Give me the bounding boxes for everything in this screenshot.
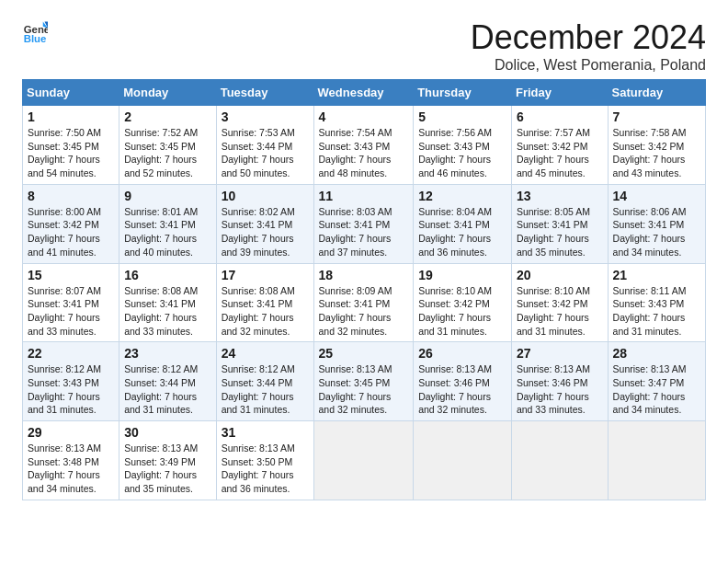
calendar-cell: 21Sunrise: 8:11 AMSunset: 3:43 PMDayligh…: [608, 263, 705, 342]
calendar-cell: 1Sunrise: 7:50 AMSunset: 3:45 PMDaylight…: [23, 106, 119, 185]
day-number: 15: [28, 268, 114, 282]
day-number: 20: [517, 268, 603, 282]
calendar-cell: [511, 421, 608, 500]
day-number: 28: [613, 346, 700, 361]
calendar-table: SundayMondayTuesdayWednesdayThursdayFrid…: [22, 79, 706, 500]
day-info: Sunrise: 8:10 AMSunset: 3:42 PMDaylight:…: [517, 285, 590, 337]
day-number: 18: [319, 268, 409, 282]
calendar-cell: 17Sunrise: 8:08 AMSunset: 3:41 PMDayligh…: [216, 263, 313, 342]
day-number: 6: [517, 109, 603, 124]
day-info: Sunrise: 8:08 AMSunset: 3:41 PMDaylight:…: [124, 285, 198, 337]
day-info: Sunrise: 8:12 AMSunset: 3:44 PMDaylight:…: [222, 363, 295, 415]
day-number: 22: [28, 346, 114, 361]
header-friday: Friday: [511, 80, 608, 106]
calendar-week-row: 29Sunrise: 8:13 AMSunset: 3:48 PMDayligh…: [23, 421, 706, 500]
header-saturday: Saturday: [608, 80, 705, 106]
calendar-week-row: 1Sunrise: 7:50 AMSunset: 3:45 PMDaylight…: [23, 106, 706, 185]
day-info: Sunrise: 8:13 AMSunset: 3:45 PMDaylight:…: [319, 363, 392, 415]
day-info: Sunrise: 8:13 AMSunset: 3:50 PMDaylight:…: [222, 442, 295, 494]
day-number: 25: [319, 346, 409, 361]
day-number: 23: [124, 346, 210, 361]
day-info: Sunrise: 7:57 AMSunset: 3:42 PMDaylight:…: [517, 127, 590, 178]
day-number: 14: [613, 189, 700, 203]
day-number: 11: [319, 189, 409, 203]
calendar-cell: 3Sunrise: 7:53 AMSunset: 3:44 PMDaylight…: [216, 106, 313, 185]
calendar-cell: 19Sunrise: 8:10 AMSunset: 3:42 PMDayligh…: [414, 263, 512, 342]
calendar-week-row: 22Sunrise: 8:12 AMSunset: 3:43 PMDayligh…: [23, 342, 706, 421]
day-info: Sunrise: 8:00 AMSunset: 3:42 PMDaylight:…: [28, 206, 101, 258]
calendar-cell: 30Sunrise: 8:13 AMSunset: 3:49 PMDayligh…: [119, 421, 216, 500]
day-number: 10: [222, 189, 309, 203]
day-number: 31: [222, 425, 309, 440]
day-info: Sunrise: 7:58 AMSunset: 3:42 PMDaylight:…: [613, 127, 687, 178]
calendar-cell: 22Sunrise: 8:12 AMSunset: 3:43 PMDayligh…: [23, 342, 119, 421]
day-info: Sunrise: 8:13 AMSunset: 3:47 PMDaylight:…: [613, 363, 687, 415]
day-number: 8: [28, 189, 114, 203]
svg-text:Blue: Blue: [24, 33, 47, 44]
calendar-cell: 23Sunrise: 8:12 AMSunset: 3:44 PMDayligh…: [119, 342, 216, 421]
day-number: 17: [222, 268, 309, 282]
calendar-cell: 28Sunrise: 8:13 AMSunset: 3:47 PMDayligh…: [608, 342, 705, 421]
day-number: 2: [124, 109, 210, 124]
calendar-cell: [608, 421, 705, 500]
calendar-header-row: SundayMondayTuesdayWednesdayThursdayFrid…: [23, 80, 706, 106]
calendar-cell: 5Sunrise: 7:56 AMSunset: 3:43 PMDaylight…: [414, 106, 512, 185]
title-block: December 2024 Dolice, West Pomerania, Po…: [471, 18, 706, 74]
header-sunday: Sunday: [23, 80, 119, 106]
day-info: Sunrise: 8:07 AMSunset: 3:41 PMDaylight:…: [28, 285, 101, 337]
calendar-cell: 27Sunrise: 8:13 AMSunset: 3:46 PMDayligh…: [511, 342, 608, 421]
day-info: Sunrise: 8:02 AMSunset: 3:41 PMDaylight:…: [222, 206, 295, 258]
header-monday: Monday: [119, 80, 216, 106]
calendar-cell: 18Sunrise: 8:09 AMSunset: 3:41 PMDayligh…: [313, 263, 414, 342]
page-header: General Blue December 2024 Dolice, West …: [22, 18, 706, 74]
calendar-cell: 9Sunrise: 8:01 AMSunset: 3:41 PMDaylight…: [119, 184, 216, 263]
day-info: Sunrise: 7:52 AMSunset: 3:45 PMDaylight:…: [124, 127, 198, 178]
day-number: 30: [124, 425, 210, 440]
calendar-cell: 13Sunrise: 8:05 AMSunset: 3:41 PMDayligh…: [511, 184, 608, 263]
day-number: 4: [319, 109, 409, 124]
day-info: Sunrise: 8:04 AMSunset: 3:41 PMDaylight:…: [418, 206, 492, 258]
day-info: Sunrise: 7:54 AMSunset: 3:43 PMDaylight:…: [319, 127, 392, 178]
day-info: Sunrise: 7:53 AMSunset: 3:44 PMDaylight:…: [222, 127, 295, 178]
day-number: 24: [222, 346, 309, 361]
calendar-cell: 25Sunrise: 8:13 AMSunset: 3:45 PMDayligh…: [313, 342, 414, 421]
day-number: 21: [613, 268, 700, 282]
calendar-cell: 24Sunrise: 8:12 AMSunset: 3:44 PMDayligh…: [216, 342, 313, 421]
day-info: Sunrise: 8:09 AMSunset: 3:41 PMDaylight:…: [319, 285, 392, 337]
day-info: Sunrise: 8:03 AMSunset: 3:41 PMDaylight:…: [319, 206, 392, 258]
day-info: Sunrise: 8:13 AMSunset: 3:46 PMDaylight:…: [418, 363, 492, 415]
calendar-week-row: 15Sunrise: 8:07 AMSunset: 3:41 PMDayligh…: [23, 263, 706, 342]
logo-icon: General Blue: [22, 18, 48, 44]
day-info: Sunrise: 8:13 AMSunset: 3:49 PMDaylight:…: [124, 442, 198, 494]
calendar-cell: 12Sunrise: 8:04 AMSunset: 3:41 PMDayligh…: [414, 184, 512, 263]
day-info: Sunrise: 8:01 AMSunset: 3:41 PMDaylight:…: [124, 206, 198, 258]
day-info: Sunrise: 7:50 AMSunset: 3:45 PMDaylight:…: [28, 127, 101, 178]
day-info: Sunrise: 8:08 AMSunset: 3:41 PMDaylight:…: [222, 285, 295, 337]
day-info: Sunrise: 8:11 AMSunset: 3:43 PMDaylight:…: [613, 285, 687, 337]
page-subtitle: Dolice, West Pomerania, Poland: [471, 57, 706, 74]
day-number: 26: [418, 346, 506, 361]
day-info: Sunrise: 8:13 AMSunset: 3:48 PMDaylight:…: [28, 442, 101, 494]
calendar-cell: [414, 421, 512, 500]
day-number: 19: [418, 268, 506, 282]
day-number: 12: [418, 189, 506, 203]
day-number: 5: [418, 109, 506, 124]
calendar-cell: [313, 421, 414, 500]
day-info: Sunrise: 8:13 AMSunset: 3:46 PMDaylight:…: [517, 363, 590, 415]
logo: General Blue: [22, 18, 48, 44]
day-number: 9: [124, 189, 210, 203]
day-info: Sunrise: 8:12 AMSunset: 3:43 PMDaylight:…: [28, 363, 101, 415]
day-info: Sunrise: 8:12 AMSunset: 3:44 PMDaylight:…: [124, 363, 198, 415]
calendar-cell: 15Sunrise: 8:07 AMSunset: 3:41 PMDayligh…: [23, 263, 119, 342]
calendar-cell: 7Sunrise: 7:58 AMSunset: 3:42 PMDaylight…: [608, 106, 705, 185]
calendar-cell: 31Sunrise: 8:13 AMSunset: 3:50 PMDayligh…: [216, 421, 313, 500]
day-info: Sunrise: 7:56 AMSunset: 3:43 PMDaylight:…: [418, 127, 492, 178]
calendar-week-row: 8Sunrise: 8:00 AMSunset: 3:42 PMDaylight…: [23, 184, 706, 263]
calendar-cell: 8Sunrise: 8:00 AMSunset: 3:42 PMDaylight…: [23, 184, 119, 263]
page-title: December 2024: [471, 18, 706, 57]
calendar-cell: 11Sunrise: 8:03 AMSunset: 3:41 PMDayligh…: [313, 184, 414, 263]
day-info: Sunrise: 8:06 AMSunset: 3:41 PMDaylight:…: [613, 206, 687, 258]
calendar-cell: 29Sunrise: 8:13 AMSunset: 3:48 PMDayligh…: [23, 421, 119, 500]
day-info: Sunrise: 8:10 AMSunset: 3:42 PMDaylight:…: [418, 285, 492, 337]
day-number: 16: [124, 268, 210, 282]
